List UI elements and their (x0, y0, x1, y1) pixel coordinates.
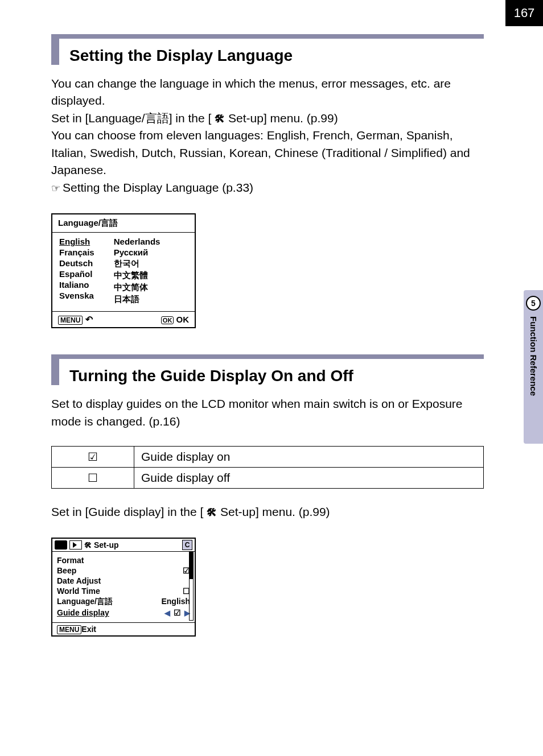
chapter-title: Function Reference (529, 316, 538, 396)
guide-off-label: Guide display off (134, 467, 484, 488)
setup-lang-value: English (161, 597, 190, 607)
checked-box-icon: ☑ (52, 446, 134, 467)
lang-item-deutsch: Deutsch (59, 258, 94, 268)
table-row: ☑ Guide display on (52, 446, 484, 467)
guide-display-table: ☑ Guide display on ☐ Guide display off (51, 446, 484, 489)
menu-button-icon-2: MENU (57, 625, 81, 634)
lang-item-francais: Français (59, 247, 94, 258)
ok-confirm: OK OK (161, 315, 189, 324)
list-item: World Time☐ (57, 586, 190, 596)
menu-back: MENU ↶ (58, 314, 93, 325)
side-tab: 5 Function Reference (524, 290, 543, 444)
left-arrow-icon: ◀ (164, 609, 170, 617)
table-row: ☐ Guide display off (52, 467, 484, 488)
lang-item-espanol: Español (59, 268, 94, 279)
custom-tab-icon: C (182, 540, 192, 550)
section1-p3: You can choose from eleven languages: En… (51, 129, 470, 176)
section1-p2a: Set in [Language/言語] in the [ (51, 111, 211, 125)
camera-tab-icon (55, 540, 67, 550)
selector-arrows: ◀ ☑ ▶ (164, 608, 190, 617)
section-rule (51, 34, 484, 39)
section2-p1: Set to display guides on the LCD monitor… (51, 395, 484, 430)
chapter-number-icon: 5 (526, 296, 541, 311)
heading-bar-icon-2 (51, 359, 59, 385)
setup-world: World Time (57, 586, 100, 596)
lang-menu-title: Language/言語 (52, 214, 195, 233)
setup-tab-label: Set-up (94, 540, 119, 550)
lang-item-chinese-trad: 中文繁體 (114, 270, 161, 282)
scrollbar-thumb (190, 552, 193, 579)
wrench-icon: 🛠 (215, 113, 225, 125)
heading-title: Setting the Display Language (69, 39, 293, 65)
heading-title-2: Turning the Guide Display On and Off (69, 359, 353, 385)
checked-icon-2: ☑ (174, 608, 181, 617)
language-menu-screenshot: Language/言語 English Français Deutsch Esp… (51, 213, 196, 328)
list-item: Date Adjust (57, 576, 190, 586)
setup-lang: Language/言語 (57, 597, 113, 607)
lang-item-english: English (59, 236, 94, 247)
section2-heading: Turning the Guide Display On and Off (51, 359, 484, 385)
list-item: Format (57, 555, 190, 565)
ok-label: OK (176, 315, 190, 324)
section1-p2b: Set-up] menu. (p.99) (228, 111, 338, 125)
section1-body: You can change the language in which the… (51, 75, 484, 196)
exit-label: Exit (81, 625, 96, 634)
page-number: 167 (505, 0, 543, 26)
lang-item-nederlands: Nederlands (114, 236, 161, 247)
scrollbar (189, 551, 194, 621)
menu-button-icon: MENU (58, 316, 83, 325)
setup-date: Date Adjust (57, 576, 101, 585)
pointer-icon: ☞ (51, 183, 60, 194)
setup-format: Format (57, 556, 84, 565)
lang-item-svenska: Svenska (59, 290, 94, 301)
lang-item-italiano: Italiano (59, 279, 94, 290)
list-item: Guide display ◀ ☑ ▶ (57, 608, 190, 618)
setup-menu-screenshot: 🛠 Set-up C Format Beep☑ Date Adjust Worl… (51, 538, 196, 637)
heading-bar-icon (51, 39, 59, 65)
section1-ref: Setting the Display Language (p.33) (63, 181, 253, 194)
setup-beep: Beep (57, 566, 76, 575)
section-rule-2 (51, 354, 484, 359)
guide-on-label: Guide display on (134, 446, 484, 467)
list-item: Language/言語English (57, 596, 190, 608)
lang-item-russian: Русский (114, 247, 161, 258)
section1-p1: You can change the language in which the… (51, 77, 451, 107)
playback-tab-icon (69, 540, 82, 550)
lang-item-chinese-simp: 中文简体 (114, 282, 161, 294)
lang-item-korean: 한국어 (114, 258, 161, 270)
section2-p2a: Set in [Guide display] in the [ (51, 505, 203, 518)
lang-item-japanese: 日本語 (114, 294, 161, 305)
back-arrow-icon: ↶ (85, 315, 93, 324)
section-heading: Setting the Display Language (51, 39, 484, 65)
setup-guide: Guide display (57, 608, 109, 617)
ok-button-icon: OK (161, 316, 174, 324)
setup-tab-icon: 🛠 (84, 541, 92, 550)
wrench-icon-2: 🛠 (207, 507, 217, 518)
unchecked-box-icon: ☐ (52, 467, 134, 488)
section2-p2: Set in [Guide display] in the [ 🛠 Set-up… (51, 503, 484, 520)
section2-p2b: Set-up] menu. (p.99) (220, 505, 330, 518)
list-item: Beep☑ (57, 565, 190, 576)
